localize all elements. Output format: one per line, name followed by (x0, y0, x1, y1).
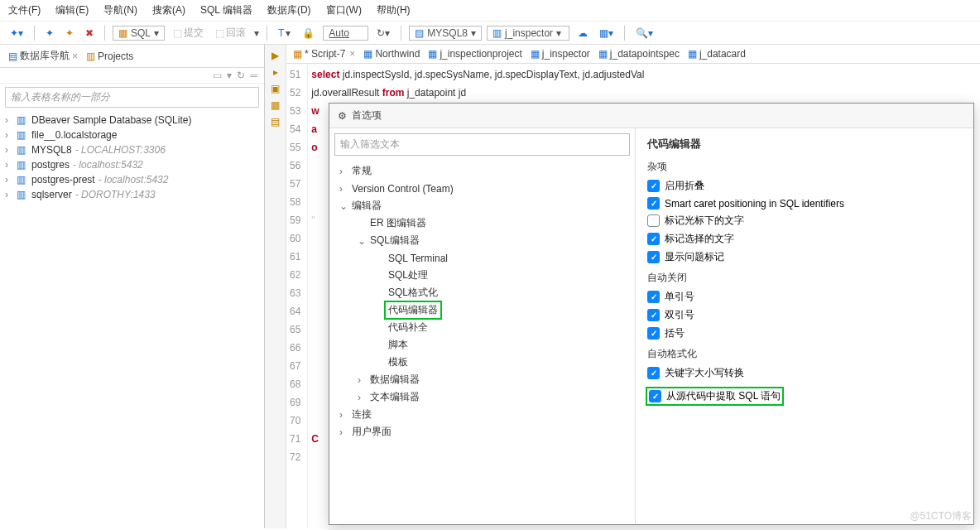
prefs-tree-item[interactable]: ›用户界面 (334, 423, 630, 441)
menu-nav[interactable]: 导航(N) (103, 3, 137, 17)
db-tree-item[interactable]: ›▥sqlserver - DOROTHY:1433 (3, 187, 261, 202)
lock-icon[interactable]: 🔒 (299, 26, 318, 40)
cloud-icon[interactable]: ☁ (574, 26, 591, 40)
menu-search[interactable]: 搜索(A) (152, 3, 185, 17)
prefs-filter-input[interactable]: 输入筛选文本 (334, 133, 630, 156)
schema-dropdown[interactable]: ▥j_inspector ▾ (487, 26, 569, 41)
prefs-tree-item[interactable]: ER 图编辑器 (334, 214, 630, 232)
checkbox-item[interactable]: ✓关键字大小写转换 (647, 366, 962, 380)
rollback-button[interactable]: ⬚ 回滚 (212, 25, 249, 41)
prefs-tree-item[interactable]: ⌄编辑器 (334, 197, 630, 214)
prefs-tree-item[interactable]: ›Version Control (Team) (334, 180, 630, 197)
prefs-tree-item[interactable]: SQL格式化 (334, 284, 630, 301)
line-number: 59 (290, 211, 300, 229)
tab-projects[interactable]: ▥Projects (83, 49, 137, 64)
editor-tab[interactable]: ▦* Script-7× (293, 48, 355, 60)
checkbox-item[interactable]: ✓单引号 (647, 290, 962, 304)
checkbox-icon[interactable]: ✓ (647, 367, 660, 379)
checkbox-item[interactable]: ✓括号 (647, 326, 962, 340)
checkbox-label: 关键字大小写转换 (665, 366, 744, 380)
checkbox-icon[interactable]: ✓ (647, 251, 660, 263)
menu-database[interactable]: 数据库(D) (267, 3, 311, 17)
close-icon[interactable]: × (349, 48, 355, 60)
prefs-tree-item[interactable]: 模板 (334, 354, 630, 371)
prefs-tree-item[interactable]: 代码补全 (334, 319, 630, 336)
menu-file[interactable]: 文件(F) (8, 3, 41, 17)
checkbox-label: Smart caret positioning in SQL identifie… (665, 198, 844, 210)
prefs-tree-item[interactable]: ⌄SQL编辑器 (334, 232, 630, 249)
checkbox-item[interactable]: ✓启用折叠 (647, 179, 962, 193)
sql-dropdown[interactable]: ▦SQL ▾ (113, 26, 165, 41)
line-number: 58 (290, 193, 300, 211)
prefs-tree-item[interactable]: ›文本编辑器 (334, 388, 630, 406)
db-tree-item[interactable]: ›▥postgres-prest - localhost:5432 (3, 172, 261, 187)
prefs-tree-item[interactable]: ›数据编辑器 (334, 371, 630, 388)
commit-button[interactable]: ⬚ 提交 (170, 25, 207, 41)
stop-icon[interactable]: ✖ (82, 26, 97, 40)
db-tree-item[interactable]: ›▥postgres - localhost:5432 (3, 157, 261, 172)
menu-window[interactable]: 窗口(W) (326, 3, 362, 17)
menu-sql[interactable]: SQL 编辑器 (200, 3, 252, 17)
auto-dropdown[interactable]: Auto (323, 26, 368, 41)
refresh-icon[interactable]: ↻▾ (373, 26, 393, 40)
prefs-tree-item[interactable]: 脚本 (334, 336, 630, 354)
new-conn-icon[interactable]: ✦▾ (7, 26, 26, 40)
checkbox-item[interactable]: ✓显示问题标记 (647, 250, 962, 264)
prefs-tree-item[interactable]: ›常规 (334, 162, 630, 180)
prefs-tree-item[interactable]: ›连接 (334, 406, 630, 423)
line-number: 60 (290, 229, 300, 248)
sidebar-filter-input[interactable]: 输入表格名称的一部分 (5, 87, 259, 108)
run-icon[interactable]: ▶ (271, 50, 279, 61)
prefs-tree-item[interactable]: SQL处理 (334, 267, 630, 284)
checkbox-item[interactable]: ✓从源代码中提取 SQL 语句 (647, 388, 782, 404)
editor-tab[interactable]: ▦j_inspectionproject (428, 48, 521, 60)
line-number: 54 (290, 120, 300, 138)
tx-button[interactable]: T▾ (275, 26, 294, 40)
menu-edit[interactable]: 编辑(E) (55, 3, 89, 17)
tab-db-nav[interactable]: ▤数据库导航 × (5, 47, 81, 65)
checkbox-label: 标记光标下的文字 (665, 214, 744, 228)
editor-tab[interactable]: ▦j_datacard (688, 48, 746, 60)
checkbox-icon[interactable]: ✓ (647, 327, 660, 340)
explain-icon[interactable]: ▣ (271, 83, 280, 94)
connection-dropdown[interactable]: ▤MYSQL8 ▾ (409, 26, 482, 41)
run-cursor-icon[interactable]: ▸ (273, 66, 278, 78)
dialog-title: 首选项 (352, 108, 382, 123)
editor-tab[interactable]: ▦Northwind (363, 48, 420, 60)
line-number: 62 (290, 266, 300, 284)
checkbox-icon[interactable]: ✓ (647, 233, 660, 245)
checkbox-icon[interactable]: ✓ (647, 197, 660, 210)
checkbox-icon[interactable] (647, 214, 660, 227)
prefs-tree-item[interactable]: SQL Terminal (334, 249, 630, 267)
editor-tab[interactable]: ▦j_datapointspec (598, 48, 680, 60)
refresh-icon[interactable]: ↻ (237, 70, 245, 81)
checkbox-icon[interactable]: ✓ (647, 180, 660, 192)
checkbox-icon[interactable]: ✓ (647, 291, 660, 303)
line-number: 72 (290, 448, 300, 466)
checkbox-item[interactable]: ✓标记选择的文字 (647, 232, 962, 246)
nav-back-icon[interactable]: ✦ (42, 26, 57, 40)
db-tree-item[interactable]: ›▥MYSQL8 - LOCALHOST:3306 (3, 142, 261, 157)
search-icon[interactable]: 🔍▾ (632, 26, 656, 40)
checkbox-item[interactable]: ✓Smart caret positioning in SQL identifi… (647, 197, 962, 210)
checkbox-item[interactable]: 标记光标下的文字 (647, 214, 962, 228)
sidebar: ▤数据库导航 × ▥Projects ▭ ▾ ↻ ═ 输入表格名称的一部分 ›▥… (0, 45, 265, 528)
checkbox-icon[interactable]: ✓ (647, 309, 660, 321)
filter-icon[interactable]: ▭ (213, 70, 222, 81)
save-icon[interactable]: ▤ (271, 116, 280, 128)
plan-icon[interactable]: ▦ (271, 99, 280, 111)
prefs-tree-item[interactable]: 代码编辑器 (334, 301, 630, 319)
line-number: 63 (290, 284, 300, 302)
menu-help[interactable]: 帮助(H) (377, 3, 411, 17)
db-tree-item[interactable]: ›▥file__0.localstorage (3, 128, 261, 142)
checkbox-label: 从源代码中提取 SQL 语句 (666, 389, 781, 403)
menu-icon[interactable]: ═ (250, 70, 257, 81)
grid-icon[interactable]: ▦▾ (596, 26, 617, 40)
link-icon[interactable]: ▾ (227, 70, 232, 81)
checkbox-icon[interactable]: ✓ (649, 390, 661, 402)
checkbox-item[interactable]: ✓双引号 (647, 308, 962, 322)
nav-fwd-icon[interactable]: ✦ (62, 26, 77, 40)
db-tree-item[interactable]: ›▥DBeaver Sample Database (SQLite) (3, 113, 261, 128)
group-title: 自动关闭 (647, 271, 962, 285)
editor-tab[interactable]: ▦j_inspector (531, 48, 590, 60)
